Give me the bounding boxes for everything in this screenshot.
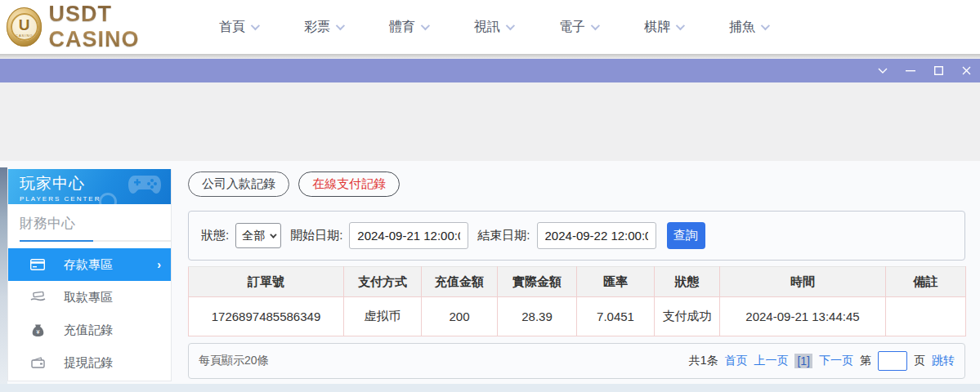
payment-records-table: 訂單號 支付方式 充值金額 實際金額 匯率 狀態 時間 備註 172689748… <box>188 266 966 336</box>
sidebar-item-label: 存款專區 <box>64 257 113 273</box>
current-page-indicator: [1] <box>794 354 812 368</box>
sidebar-item-withdraw-records[interactable]: 提現記錄 <box>8 346 171 379</box>
sidebar-item-withdraw-zone[interactable]: 取款專區 <box>8 281 171 314</box>
background-edge <box>0 167 7 384</box>
col-remark: 備註 <box>886 267 966 297</box>
section-underline <box>20 240 171 242</box>
brand-logo[interactable]: U CASINO USDT CASINO <box>7 2 195 52</box>
chevron-down-icon <box>421 21 430 30</box>
player-center-sidebar: 玩家中心 PLAYERS CENTER 財務中心 <box>7 169 172 381</box>
chevron-down-icon <box>506 21 515 30</box>
nav-item-live[interactable]: 視訊 <box>474 19 559 36</box>
col-status: 狀態 <box>655 267 720 297</box>
content-region: 玩家中心 PLAYERS CENTER 財務中心 <box>0 161 980 384</box>
sidebar-item-label: 充值記錄 <box>64 323 113 338</box>
end-date-input[interactable] <box>537 222 656 249</box>
window-close-icon[interactable] <box>952 59 980 82</box>
table-header-row: 訂單號 支付方式 充值金額 實際金額 匯率 狀態 時間 備註 <box>189 267 966 297</box>
col-order-number: 訂單號 <box>189 267 344 297</box>
cell-payment-method: 虚拟币 <box>344 297 422 336</box>
window-titlebar <box>0 59 980 82</box>
chevron-down-icon <box>270 231 276 238</box>
col-time: 時間 <box>720 267 886 297</box>
sidebar-item-label: 提現記錄 <box>64 355 113 371</box>
col-exchange-rate: 匯率 <box>577 267 655 297</box>
wallet-icon <box>29 354 46 371</box>
section-title: 財務中心 <box>20 214 171 233</box>
jump-suffix: 页 <box>914 354 925 368</box>
logo-small-text: CASINO <box>16 33 33 38</box>
start-date-label: 開始日期: <box>290 228 342 243</box>
site-header: U CASINO USDT CASINO 首頁 彩票 體育 視訊 電子 棋牌 <box>0 0 980 54</box>
nav-item-slots[interactable]: 電子 <box>559 19 644 36</box>
cell-exchange-rate: 7.0451 <box>577 297 655 336</box>
nav-item-lottery[interactable]: 彩票 <box>304 19 389 36</box>
logo-coin-icon: U CASINO <box>7 7 42 47</box>
status-label: 狀態: <box>201 228 229 243</box>
next-page-link[interactable]: 下一页 <box>819 354 853 368</box>
brand-name: USDT CASINO <box>48 2 195 52</box>
hand-money-icon <box>29 289 46 305</box>
cell-remark <box>886 297 966 336</box>
finance-center-section: 財務中心 <box>8 204 171 242</box>
money-bag-icon: ¥ <box>29 322 46 338</box>
search-button[interactable]: 查詢 <box>667 222 705 249</box>
nav-item-sports[interactable]: 體育 <box>389 19 474 36</box>
cell-status: 支付成功 <box>655 297 720 336</box>
background-spacer <box>0 82 980 161</box>
tab-online-payment-records[interactable]: 在線支付記錄 <box>298 172 400 197</box>
window-dropdown-icon[interactable] <box>869 59 897 82</box>
filter-bar: 狀態: 全部 開始日期: 結束日期: 查詢 <box>188 211 965 261</box>
cell-order-number: 1726897485586349 <box>189 297 344 336</box>
total-count: 共1条 <box>689 354 718 368</box>
window-minimize-icon[interactable] <box>897 59 924 82</box>
nav-item-fishing[interactable]: 捕魚 <box>729 19 814 36</box>
sidebar-item-label: 取款專區 <box>64 290 113 305</box>
page-jump-input[interactable] <box>878 351 907 371</box>
status-select[interactable]: 全部 <box>235 223 281 248</box>
bank-card-icon <box>29 256 46 273</box>
chevron-right-icon: › <box>157 258 161 271</box>
col-recharge-amount: 充值金額 <box>422 267 498 297</box>
chevron-down-icon <box>761 21 770 30</box>
page-size-text: 每頁顯示20條 <box>199 354 269 368</box>
main-panel: 公司入款記錄 在線支付記錄 狀態: 全部 開始日期: 結束日期: 查詢 訂單號 <box>188 172 965 377</box>
table-footer: 每頁顯示20條 共1条 首页 上一页 [1] 下一页 第 页 跳转 <box>188 343 965 379</box>
jump-prefix: 第 <box>860 354 871 368</box>
window-maximize-icon[interactable] <box>924 59 952 82</box>
table-row: 1726897485586349 虚拟币 200 28.39 7.0451 支付… <box>189 297 966 336</box>
main-nav: 首頁 彩票 體育 視訊 電子 棋牌 捕魚 <box>219 19 814 36</box>
chevron-down-icon <box>676 21 685 30</box>
pagination: 共1条 首页 上一页 [1] 下一页 第 页 跳转 <box>689 351 955 371</box>
start-date-input[interactable] <box>349 222 468 249</box>
sidebar-menu: 存款專區 › 取款專區 ¥ 充值記錄 提現記錄 <box>8 248 171 379</box>
record-tabs: 公司入款記錄 在線支付記錄 <box>188 172 965 197</box>
prev-page-link[interactable]: 上一页 <box>754 354 788 368</box>
logo-letter: U <box>19 17 30 33</box>
gamepad-icon <box>127 174 163 198</box>
col-actual-amount: 實際金額 <box>498 267 577 297</box>
nav-item-home[interactable]: 首頁 <box>219 19 304 36</box>
chevron-down-icon <box>336 21 345 30</box>
sidebar-item-deposit[interactable]: 存款專區 › <box>8 248 171 281</box>
first-page-link[interactable]: 首页 <box>724 354 747 368</box>
svg-text:¥: ¥ <box>36 328 39 334</box>
cell-time: 2024-09-21 13:44:45 <box>720 297 886 336</box>
tab-company-deposit-records[interactable]: 公司入款記錄 <box>188 172 289 197</box>
jump-button[interactable]: 跳转 <box>932 354 955 368</box>
cell-recharge-amount: 200 <box>422 297 498 336</box>
bottom-bar <box>0 384 980 392</box>
nav-item-cards[interactable]: 棋牌 <box>644 19 729 36</box>
cell-actual-amount: 28.39 <box>498 297 577 336</box>
col-payment-method: 支付方式 <box>344 267 422 297</box>
chevron-down-icon <box>251 21 260 30</box>
end-date-label: 結束日期: <box>477 228 530 243</box>
sidebar-header: 玩家中心 PLAYERS CENTER <box>8 169 171 204</box>
sidebar-item-recharge-records[interactable]: ¥ 充值記錄 <box>8 314 171 346</box>
chevron-down-icon <box>591 21 600 30</box>
status-selected-value: 全部 <box>242 229 265 243</box>
